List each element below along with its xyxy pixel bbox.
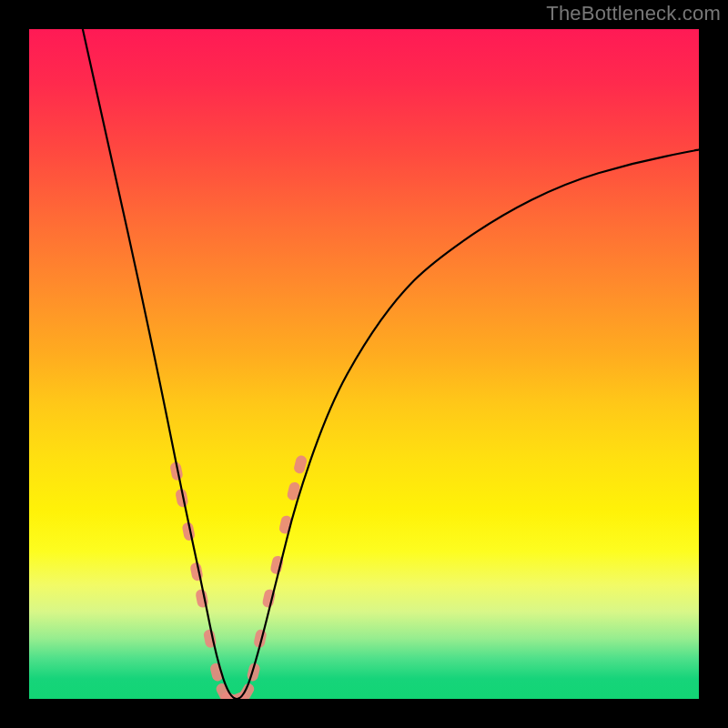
optimal-band-markers — [169, 454, 308, 699]
watermark-text: TheBottleneck.com — [546, 2, 721, 25]
curve-layer — [29, 29, 699, 699]
plot-area — [29, 29, 699, 699]
chart-frame: TheBottleneck.com — [0, 0, 728, 728]
bottleneck-curve — [83, 29, 699, 699]
